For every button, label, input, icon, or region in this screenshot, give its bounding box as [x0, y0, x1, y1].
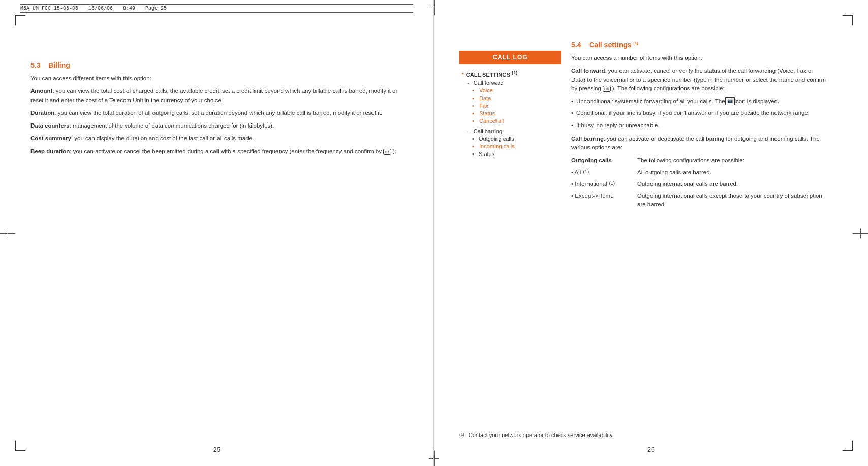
all-desc: All outgoing calls are barred.: [637, 168, 827, 177]
status-item: • Status: [462, 110, 561, 116]
except-home-label: • Except->Home: [571, 192, 637, 209]
outgoing-calls-label: Outgoing calls: [571, 156, 637, 165]
incoming-calls-item: • Incoming calls: [462, 143, 561, 149]
cancel-all-item: • Cancel all: [462, 118, 561, 124]
right-content: CALL LOG • CALL SETTINGS (1) - Call forw…: [459, 20, 843, 446]
page-right: CALL LOG • CALL SETTINGS (1) - Call forw…: [434, 0, 868, 466]
page-header: M5A_UM_FCC_15-06-06 16/06/06 8:49 Page 2…: [20, 4, 413, 13]
header-date: 16/06/06: [88, 6, 113, 11]
except-home-desc: Outgoing international calls except thos…: [637, 192, 827, 209]
data-item: • Data: [462, 95, 561, 101]
outgoing-table: Outgoing calls The following configurati…: [571, 156, 827, 209]
footnote-sup: (1): [459, 432, 464, 438]
international-desc: Outgoing international calls are barred.: [637, 180, 827, 189]
page-container: M5A_UM_FCC_15-06-06 16/06/06 8:49 Page 2…: [0, 0, 868, 466]
conditional-item: Conditional: if your line is busy, if yo…: [571, 109, 827, 117]
outgoing-calls-desc: The following configurations are possibl…: [637, 156, 827, 165]
item-cost-summary: Cost summary: you can display the durati…: [30, 134, 408, 143]
outgoing-calls-item: • Outgoing calls: [462, 136, 561, 142]
call-settings-label: CALL SETTINGS (1): [466, 70, 517, 78]
footnote: (1) Contact your network operator to che…: [459, 432, 843, 438]
corner-br: [843, 441, 853, 451]
call-barring-section: - Call barring • Outgoing calls • Incomi…: [462, 128, 561, 157]
superscript-1: (1): [512, 70, 517, 75]
call-forward-list: Unconditional: systematic forwarding of …: [571, 97, 827, 130]
header-filename: M5A_UM_FCC_15-06-06: [20, 6, 78, 11]
call-settings-item: • CALL SETTINGS (1): [462, 70, 561, 78]
item-amount: Amount: you can view the total cost of c…: [30, 87, 408, 105]
outgoing-calls-header: Outgoing calls The following configurati…: [571, 156, 827, 165]
call-barring-dash: - Call barring: [462, 128, 561, 134]
bullet-dot: •: [462, 70, 464, 76]
header-page: Page 25: [145, 6, 167, 11]
call-forward-desc: Call forward: you can activate, cancel o…: [571, 67, 827, 93]
status-barring-item: • Status: [462, 151, 561, 157]
item-duration: Duration: you can view the total duratio…: [30, 109, 408, 117]
international-row: • International (1) Outgoing internation…: [571, 180, 827, 189]
page-left: M5A_UM_FCC_15-06-06 16/06/06 8:49 Page 2…: [0, 0, 434, 466]
section-5-4-title: 5.4 Call settings (1): [571, 41, 827, 49]
page-number-right: 26: [647, 446, 654, 453]
corner-bl: [15, 441, 25, 451]
call-log-menu: • CALL SETTINGS (1) - Call forward • Voi…: [459, 70, 561, 157]
call-forward-section: - Call forward • Voice • Data • Fax • St…: [462, 80, 561, 124]
international-label: • International (1): [571, 180, 637, 189]
all-row: • All (1) All outgoing calls are barred.: [571, 168, 827, 177]
page-number-left: 25: [213, 446, 220, 453]
fax-item: • Fax: [462, 103, 561, 109]
section-5-4-intro: You can access a number of items with th…: [571, 54, 827, 63]
intl-sup: (1): [609, 180, 615, 187]
call-forward-dash: - Call forward: [462, 80, 561, 86]
ok-symbol: ok: [383, 149, 391, 155]
header-time: 8:49: [123, 6, 135, 11]
section-intro: You can access different items with this…: [30, 74, 408, 83]
if-busy-item: If busy, no reply or unreachable.: [571, 121, 827, 130]
ok-symbol-2: ok: [603, 86, 611, 92]
call-log-header: CALL LOG: [459, 51, 561, 64]
item-data-counters: Data counters: management of the volume …: [30, 121, 408, 130]
corner-tr: [843, 15, 853, 25]
call-log-sidebar: CALL LOG • CALL SETTINGS (1) - Call forw…: [459, 20, 561, 446]
voice-item: • Voice: [462, 87, 561, 94]
section-5-3-title: 5.3 Billing: [30, 61, 408, 69]
unconditional-item: Unconditional: systematic forwarding of …: [571, 97, 827, 106]
all-label: • All (1): [571, 168, 637, 177]
call-barring-desc: Call barring: you can activate or deacti…: [571, 135, 827, 152]
all-sup: (1): [583, 168, 589, 175]
left-page-content: 5.3 Billing You can access different ite…: [30, 20, 408, 156]
call-settings-section: 5.4 Call settings (1) You can access a n…: [561, 20, 843, 446]
corner-tl: [15, 15, 25, 25]
except-home-row: • Except->Home Outgoing international ca…: [571, 192, 827, 209]
item-beep-duration: Beep duration: you can activate or cance…: [30, 147, 408, 156]
superscript-54: (1): [633, 41, 638, 45]
footnote-text: Contact your network operator to check s…: [469, 432, 614, 438]
